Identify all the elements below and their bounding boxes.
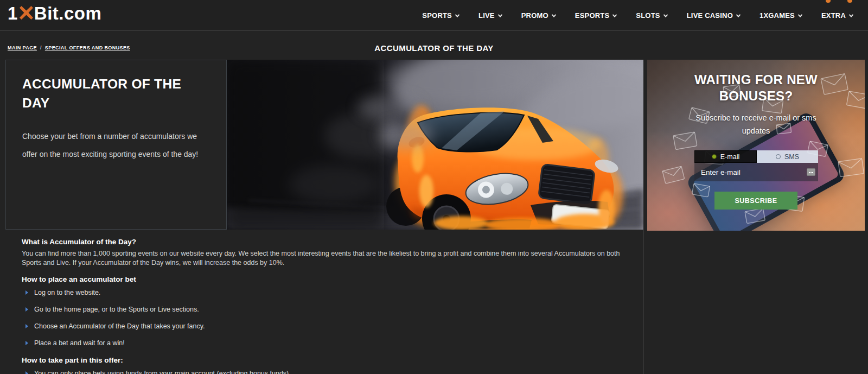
take-part-list: You can only place bets using funds from… [22,370,628,374]
nav-label: EXTRA [821,11,846,20]
nav-label: SPORTS [422,11,452,20]
section-paragraph-what-is: You can find more than 1,000 sporting ev… [22,249,628,268]
main-menu: SPORTS LIVE PROMO ESPORTS SLOTS LIVE CAS… [422,0,853,31]
nav-item-promo[interactable]: PROMO [521,11,556,20]
nav-item-1xgames[interactable]: 1XGAMES [760,11,802,20]
chevron-down-icon [455,12,459,17]
promo-banner-image [227,60,643,230]
subscribe-panel: WAITING FOR NEW BONUSES? Subscribe to re… [647,60,865,231]
subscribe-subtitle: Subscribe to receive e-mail or sms updat… [684,111,828,137]
bullet-arrow-icon [25,290,28,295]
tab-sms-label: SMS [784,153,799,161]
promo-description: Choose your bet from a number of accumul… [22,128,212,163]
chevron-down-icon [798,12,802,17]
site-logo[interactable]: 1Bit.com [8,3,101,24]
email-input[interactable] [694,163,818,181]
nav-label: ESPORTS [575,11,610,20]
bullet-arrow-icon [25,324,28,328]
radio-unselected-icon [776,154,781,159]
chevron-down-icon [663,12,667,17]
radio-selected-icon [712,154,717,159]
list-item: Go to the home page, or to the Sports or… [22,306,628,314]
chevron-down-icon [552,12,556,17]
list-item: Place a bet and wait for a win! [22,339,628,347]
1xbit-promo-page: 1Bit.com SPORTS LIVE PROMO ESPORTS SLOTS… [0,0,868,374]
tab-sms[interactable]: SMS [757,150,818,163]
nav-item-slots[interactable]: SLOTS [636,11,667,20]
content-sidebar-divider [643,230,644,374]
section-heading-take-part: How to take part in this offer: [22,356,628,364]
chevron-down-icon [849,12,853,17]
logo-prefix: 1 [8,3,18,24]
nav-label: SLOTS [636,11,660,20]
page-title: ACCUMULATOR OF THE DAY [0,43,868,53]
nav-label: LIVE [478,11,495,20]
promo-heading: ACCUMULATOR OF THE DAY [22,74,201,112]
tab-email[interactable]: E-mail [694,150,757,163]
promo-text-panel: ACCUMULATOR OF THE DAY Choose your bet f… [5,60,227,230]
chevron-down-icon [736,12,741,17]
promo-article: What is Accumulator of the Day? You can … [22,238,628,374]
nav-item-extra[interactable]: EXTRA [821,11,853,20]
bullet-arrow-icon [25,307,28,312]
autofill-dots-icon[interactable] [807,168,815,176]
nav-label: LIVE CASINO [687,11,733,20]
nav-item-esports[interactable]: ESPORTS [575,11,617,20]
list-item: You can only place bets using funds from… [22,370,628,374]
subscribe-title: WAITING FOR NEW BONUSES? [679,72,833,104]
how-to-place-list: Log on to the website. Go to the home pa… [22,289,628,347]
nav-item-live[interactable]: LIVE [478,11,502,20]
nav-label: PROMO [521,11,548,20]
logo-suffix: Bit.com [34,3,102,24]
subscribe-tabs: E-mail SMS [694,150,818,163]
section-heading-what-is: What is Accumulator of the Day? [22,238,628,246]
chevron-down-icon [497,12,502,17]
nav-item-live-casino[interactable]: LIVE CASINO [687,11,740,20]
bullet-arrow-icon [25,341,28,345]
top-navigation-bar: 1Bit.com SPORTS LIVE PROMO ESPORTS SLOTS… [0,0,868,31]
nav-label: 1XGAMES [760,11,795,20]
burning-car-image [227,60,643,230]
logo-x-icon [19,4,34,24]
list-item: Choose an Accumulator of the Day that ta… [22,322,628,331]
nav-item-sports[interactable]: SPORTS [422,11,459,20]
list-item: Log on to the website. [22,289,628,297]
chevron-down-icon [612,12,617,17]
bullet-arrow-icon [25,371,28,374]
section-heading-how-to-place: How to place an accumulator bet [22,275,628,283]
tab-email-label: E-mail [720,153,739,161]
subscribe-button[interactable]: SUBSCRIBE [714,192,797,210]
